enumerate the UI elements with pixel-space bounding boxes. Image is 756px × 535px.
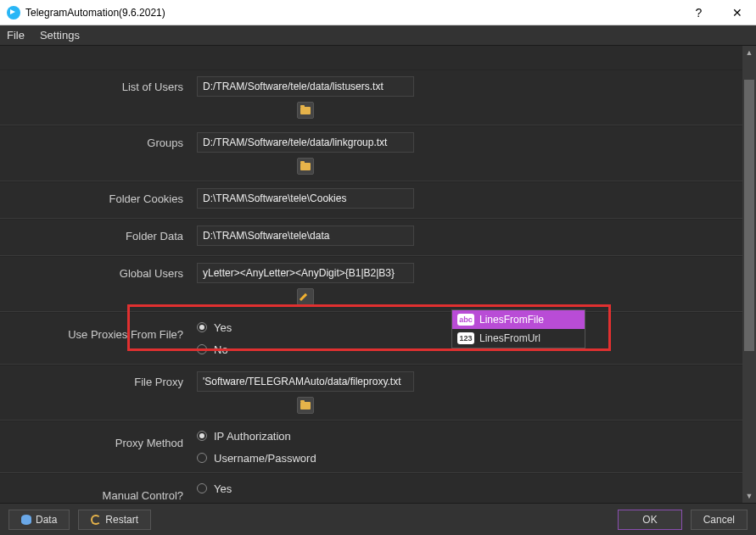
edit-global-users[interactable]	[297, 288, 314, 305]
dropdown-lines-from-url[interactable]: 123 LinesFromUrl	[452, 329, 585, 348]
label-manual-control: Manual Control?	[0, 474, 192, 502]
scrollbar-down-icon[interactable]: ▼	[742, 489, 756, 503]
restart-icon	[91, 515, 101, 525]
button-label: Cancel	[703, 514, 735, 526]
input-global-users[interactable]: yLetter><AnyLetter><AnyDigit>{B1|B2|B3}	[197, 263, 414, 283]
label-folder-cookies: Folder Cookies	[0, 182, 192, 205]
folder-icon	[300, 163, 311, 170]
titlebar: TelegramAutomation(9.6.2021) ? ✕	[0, 0, 756, 25]
browse-list-of-users[interactable]	[297, 102, 314, 119]
dropdown-label: LinesFromUrl	[479, 332, 540, 344]
menu-file[interactable]: File	[7, 29, 25, 42]
folder-icon	[300, 107, 311, 114]
button-label: OK	[642, 514, 657, 526]
label-groups: Groups	[0, 126, 192, 149]
scrollbar-up-icon[interactable]: ▲	[742, 46, 756, 59]
cancel-button[interactable]: Cancel	[691, 510, 748, 530]
radio-dot-icon	[197, 453, 207, 463]
radio-user-pass[interactable]: Username/Password	[197, 449, 316, 466]
content-area: List of Users D:/TRAM/Software/tele/data…	[0, 46, 756, 503]
radio-dot-icon	[197, 322, 207, 332]
folder-icon	[300, 402, 311, 410]
browse-groups[interactable]	[297, 158, 314, 175]
ok-button[interactable]: OK	[618, 510, 681, 530]
help-button[interactable]: ?	[680, 0, 718, 25]
browse-file-proxy[interactable]	[297, 397, 314, 414]
input-folder-cookies[interactable]: D:\TRAM\Software\tele\Cookies	[197, 188, 414, 209]
telegram-icon	[7, 6, 20, 20]
radio-label: Username/Password	[214, 452, 316, 465]
label-use-proxies: Use Proxies From File?	[0, 313, 192, 341]
radio-label: No	[214, 343, 228, 356]
label-folder-data: Folder Data	[0, 220, 192, 242]
radio-dot-icon	[197, 431, 207, 441]
input-list-of-users[interactable]: D:/TRAM/Software/tele/data/listusers.txt	[197, 76, 414, 97]
dropdown-lines-from-file[interactable]: abc LinesFromFile	[452, 310, 585, 329]
input-file-proxy[interactable]: 'Software/TELEGRAMAuto/data/fileproxy.tx…	[197, 371, 414, 392]
radio-label: Yes	[214, 321, 232, 334]
label-global-users: Global Users	[0, 257, 192, 280]
radio-ip-auth[interactable]: IP Authorization	[197, 427, 316, 444]
button-label: Data	[36, 514, 57, 526]
input-folder-data[interactable]: D:\TRAM\Software\tele\data	[197, 226, 414, 246]
radio-proxies-no[interactable]: No	[197, 341, 232, 358]
button-label: Restart	[105, 514, 138, 526]
menu-settings[interactable]: Settings	[40, 29, 80, 42]
scrollbar[interactable]: ▲ ▼	[742, 46, 756, 503]
label-file-proxy: File Proxy	[0, 365, 192, 388]
bottombar: Data Restart OK Cancel	[0, 503, 756, 535]
radio-label: Yes	[214, 482, 232, 495]
restart-button[interactable]: Restart	[78, 510, 151, 530]
radio-dot-icon	[197, 344, 207, 354]
window-title: TelegramAutomation(9.6.2021)	[25, 7, 680, 19]
radio-dot-icon	[197, 483, 207, 493]
radio-proxies-yes[interactable]: Yes	[197, 319, 232, 336]
close-button[interactable]: ✕	[718, 0, 756, 25]
radio-label: IP Authorization	[214, 430, 291, 443]
label-list-of-users: List of Users	[0, 70, 192, 93]
database-icon	[21, 515, 31, 525]
file-proxy-dropdown: abc LinesFromFile 123 LinesFromUrl	[451, 309, 585, 348]
label-proxy-method: Proxy Method	[0, 421, 192, 449]
data-button[interactable]: Data	[8, 510, 70, 530]
menubar: File Settings	[0, 25, 756, 46]
pencil-icon	[300, 292, 311, 302]
num-badge-icon: 123	[457, 332, 474, 344]
input-groups[interactable]: D:/TRAM/Software/tele/data/linkgroup.txt	[197, 132, 414, 153]
radio-manual-yes[interactable]: Yes	[197, 480, 232, 497]
abc-badge-icon: abc	[457, 314, 474, 326]
dropdown-label: LinesFromFile	[479, 314, 544, 326]
scrollbar-thumb[interactable]	[744, 80, 754, 351]
